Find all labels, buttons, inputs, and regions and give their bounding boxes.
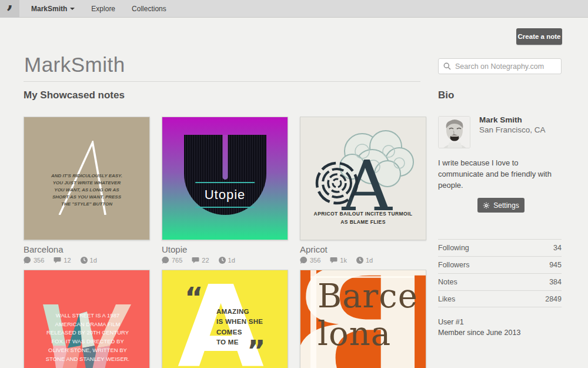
note-thumbnail[interactable]: AND IT'S RIDICULOUSLY EASY. YOU JUST WRI… [24, 117, 150, 240]
title-line-1: Barce [318, 277, 418, 315]
search-box[interactable] [438, 58, 562, 74]
profile-name: Mark Smith [479, 115, 522, 124]
profile-photo [439, 117, 470, 148]
likes-count: 765 [172, 257, 182, 264]
note-thumbnail[interactable]: B Barce lona [300, 270, 426, 368]
comments-count: 22 [202, 257, 209, 264]
clock-icon [81, 257, 88, 264]
note-caption: APRICOT BAILOUT INCITES TURMOIL AS BLAME… [300, 210, 426, 226]
caption-line-1: APRICOT BAILOUT INCITES TURMOIL [300, 210, 426, 218]
settings-label: Settings [493, 201, 519, 210]
note-label-frame: Utopie [195, 182, 255, 208]
nav-item-user-menu[interactable]: MarkSmith [23, 0, 83, 17]
top-navbar: ’ MarkSmith Explore Collections [0, 0, 588, 18]
note-thumbnail[interactable]: A “ ” AMAZING IS WHEN SHE COMES TO ME [162, 270, 288, 368]
likes-icon [24, 257, 31, 264]
note-thumbnail[interactable]: Utopie [162, 117, 288, 240]
note-card-wall-street[interactable]: WALL STREET IS A 1987 AMERICAN DRAMA FIL… [24, 270, 150, 368]
settings-button[interactable]: Settings [477, 198, 524, 213]
note-body-text: WALL STREET IS A 1987 AMERICAN DRAMA FIL… [41, 311, 135, 363]
title-line-2: lona [318, 315, 418, 353]
likes-icon [300, 257, 308, 264]
note-body-text: AMAZING IS WHEN SHE COMES TO ME [216, 307, 263, 347]
stat-value: 2849 [545, 295, 562, 303]
profile-about: I write because I love to communicate an… [438, 158, 563, 191]
open-quote-icon: “ [185, 283, 203, 311]
user-number: User #1 [438, 317, 520, 327]
stat-label: Likes [438, 295, 455, 303]
member-info: User #1 Member since June 2013 [438, 317, 520, 338]
nav-item-collections[interactable]: Collections [123, 0, 175, 17]
search-input[interactable] [455, 62, 556, 71]
texture-bar [310, 270, 316, 368]
quote-line-1: AMAZING [216, 307, 263, 317]
note-age: 1d [228, 257, 235, 264]
comments-count: 1k [340, 257, 347, 264]
member-since: Member since June 2013 [438, 327, 520, 338]
gear-icon [483, 202, 490, 209]
note-body-text: Barce lona [318, 277, 418, 353]
note-card-apricot[interactable]: A APRICOT BAILOUT INCITES TURMOIL AS BLA… [300, 117, 426, 264]
quote-line-2: IS WHEN SHE [216, 317, 263, 327]
note-thumbnail[interactable]: A APRICOT BAILOUT INCITES TURMOIL AS BLA… [300, 117, 426, 240]
page-title: MarkSmith [24, 53, 125, 77]
clock-icon [356, 257, 363, 264]
note-title[interactable]: Apricot [300, 244, 426, 254]
note-label: Utopie [205, 187, 246, 203]
chevron-down-icon [70, 8, 75, 10]
stat-value: 945 [549, 261, 562, 269]
note-thumbnail[interactable]: WALL STREET IS A 1987 AMERICAN DRAMA FIL… [24, 270, 150, 368]
comments-icon [54, 257, 61, 264]
nav-explore-label: Explore [91, 0, 115, 18]
comments-icon [330, 257, 338, 264]
letter-u-counter [222, 135, 228, 180]
search-icon [443, 62, 451, 70]
stat-label: Followers [438, 261, 470, 269]
caption-line-2: AS BLAME FLIES [300, 218, 426, 227]
note-card-amazing[interactable]: A “ ” AMAZING IS WHEN SHE COMES TO ME [162, 270, 288, 368]
stat-row-following[interactable]: Following 34 [438, 239, 562, 256]
note-card-utopie[interactable]: Utopie Utopie 765 22 1d [162, 117, 288, 264]
nav-user-label: MarkSmith [31, 0, 67, 18]
likes-count: 356 [310, 257, 320, 264]
quote-line-3: COMES [216, 327, 263, 337]
title-divider [24, 81, 420, 82]
bio-heading: Bio [438, 89, 454, 101]
showcased-notes-heading: My Showcased notes [24, 89, 125, 101]
note-title[interactable]: Utopie [162, 244, 288, 254]
comments-icon [192, 257, 199, 264]
note-card-barcelona[interactable]: AND IT'S RIDICULOUSLY EASY. YOU JUST WRI… [24, 117, 150, 264]
stat-label: Notes [438, 278, 457, 286]
likes-icon [162, 257, 169, 264]
notegraphy-logo[interactable]: ’ [0, 0, 19, 18]
stat-value: 34 [553, 244, 562, 252]
notegraphy-profile-page: ’ MarkSmith Explore Collections Create a… [0, 0, 588, 368]
quote-line-4: TO ME [216, 337, 263, 347]
note-stats: 765 22 1d [162, 257, 288, 264]
stat-row-notes[interactable]: Notes 384 [438, 273, 562, 290]
note-stats: 356 12 1d [24, 257, 150, 264]
note-age: 1d [366, 257, 373, 264]
nav-item-explore[interactable]: Explore [83, 0, 123, 17]
profile-location: San Francisco, CA [479, 125, 546, 134]
note-card-barcelona-b[interactable]: B Barce lona [300, 270, 426, 368]
avatar[interactable] [438, 116, 470, 148]
note-age: 1d [90, 257, 97, 264]
profile-stats: Following 34 Followers 945 Notes 384 Lik… [438, 239, 562, 307]
note-stats: 356 1k 1d [300, 257, 426, 264]
nav-collections-label: Collections [132, 0, 166, 18]
comments-count: 12 [64, 257, 71, 264]
note-title[interactable]: Barcelona [24, 244, 150, 254]
stat-value: 384 [549, 278, 562, 286]
clock-icon [219, 257, 226, 264]
stat-label: Following [438, 244, 469, 252]
stat-row-followers[interactable]: Followers 945 [438, 256, 562, 273]
likes-count: 356 [34, 257, 44, 264]
create-note-button[interactable]: Create a note [516, 28, 562, 45]
stat-row-likes[interactable]: Likes 2849 [438, 290, 562, 307]
note-body-text: AND IT'S RIDICULOUSLY EASY. YOU JUST WRI… [51, 173, 123, 208]
